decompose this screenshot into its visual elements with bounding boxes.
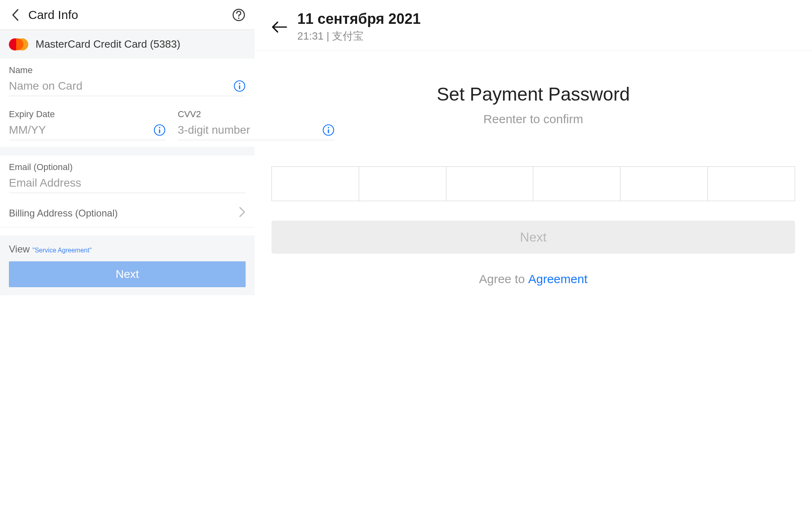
- pin-cell[interactable]: [533, 167, 621, 201]
- pin-cell[interactable]: [621, 167, 708, 201]
- svg-point-1: [238, 17, 239, 19]
- info-icon[interactable]: [154, 124, 166, 136]
- email-label: Email (Optional): [9, 162, 246, 172]
- svg-rect-4: [239, 85, 240, 89]
- name-label: Name: [9, 65, 246, 76]
- agreement-link[interactable]: Agreement: [528, 272, 588, 286]
- set-password-subtitle: Reenter to confirm: [255, 112, 812, 126]
- footer-area: View "Service Agreement" Next: [0, 235, 255, 295]
- section-divider: [0, 147, 255, 156]
- mastercard-logo-icon: [9, 38, 28, 50]
- agree-row: Agree to Agreement: [255, 272, 812, 286]
- set-password-screen: 11 сентября 2021 21:31 | 支付宝 Set Payment…: [255, 0, 812, 517]
- billing-address-row[interactable]: Billing Address (Optional): [0, 200, 255, 227]
- back-arrow-icon[interactable]: [271, 19, 288, 35]
- info-icon[interactable]: [234, 80, 246, 92]
- billing-label: Billing Address (Optional): [9, 208, 118, 219]
- svg-rect-7: [159, 129, 160, 133]
- svg-point-6: [159, 127, 160, 128]
- right-header: 11 сентября 2021 21:31 | 支付宝: [255, 0, 812, 51]
- expiry-label: Expiry Date: [9, 109, 166, 120]
- view-text: View: [9, 244, 32, 254]
- pin-cell[interactable]: [446, 167, 534, 201]
- help-icon[interactable]: [232, 8, 246, 22]
- agree-text: Agree to: [479, 272, 528, 286]
- header-date: 11 сентября 2021: [297, 11, 421, 27]
- expiry-input[interactable]: [9, 124, 154, 137]
- header-meta: 21:31 | 支付宝: [297, 29, 421, 43]
- page-title: Card Info: [28, 8, 78, 22]
- pin-cell[interactable]: [708, 167, 795, 201]
- pin-input[interactable]: [271, 166, 795, 201]
- email-input[interactable]: [9, 177, 246, 189]
- next-button[interactable]: Next: [271, 221, 795, 254]
- name-input[interactable]: [9, 80, 234, 92]
- card-summary-row: MasterCard Credit Card (5383): [0, 30, 255, 59]
- left-header: Card Info: [0, 0, 255, 30]
- card-summary-text: MasterCard Credit Card (5383): [36, 38, 180, 50]
- service-agreement-link[interactable]: "Service Agreement": [32, 247, 92, 254]
- set-password-title: Set Payment Password: [255, 83, 812, 105]
- pin-cell[interactable]: [359, 167, 446, 201]
- svg-point-3: [239, 83, 240, 84]
- next-button[interactable]: Next: [9, 261, 246, 287]
- chevron-right-icon: [239, 207, 246, 220]
- pin-cell[interactable]: [272, 167, 359, 201]
- card-info-screen: Card Info MasterCard Credit Card (5383) …: [0, 0, 255, 517]
- back-chevron-icon[interactable]: [9, 8, 23, 22]
